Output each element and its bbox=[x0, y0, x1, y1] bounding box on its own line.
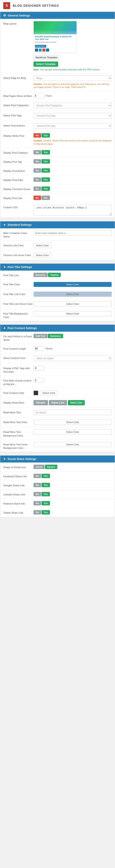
post-author-control: No Yes bbox=[34, 168, 112, 173]
display-html-input[interactable] bbox=[34, 366, 44, 370]
blog-pages-input[interactable] bbox=[34, 93, 44, 98]
blog-preview-title: Beautiful Island Dreaming: 5 Islands for… bbox=[35, 35, 75, 40]
pinterest-yes-button[interactable]: Yes bbox=[41, 501, 50, 505]
facebook-no-button[interactable]: No bbox=[34, 474, 41, 478]
post-content-color-btn-row: Select Color bbox=[34, 390, 112, 396]
social-share-settings-header: ✦ Social Share Settings bbox=[0, 456, 115, 463]
summary-button[interactable]: Summary bbox=[48, 334, 63, 338]
read-more-text-bg-label: Read More Text Background Color bbox=[3, 429, 34, 437]
blog-layout-control: Beautiful Island Dreaming: 5 Islands for… bbox=[34, 21, 112, 71]
tw-icon-preview bbox=[39, 49, 42, 52]
read-more-text-hover-row: Read More Text hover Background Color...… bbox=[0, 440, 115, 452]
caution-text: Caution: You are about to select the pag… bbox=[34, 83, 112, 89]
post-author-label: Display Post Author bbox=[3, 168, 34, 173]
select-template-button[interactable]: Select Template bbox=[34, 62, 58, 67]
main-container-input[interactable] bbox=[34, 230, 112, 236]
post-category-label: Display Post Category bbox=[3, 150, 34, 154]
post-like-yes-button[interactable]: Yes bbox=[41, 196, 50, 200]
read-more-text-color-button[interactable]: Select Color bbox=[34, 420, 112, 425]
read-more-text-bg-button[interactable]: Select Color bbox=[34, 429, 112, 435]
each-article-row: For each Article in a Feed, Show Full Te… bbox=[0, 332, 115, 344]
circle-button[interactable]: Circle bbox=[34, 465, 44, 469]
first-letter-input[interactable] bbox=[34, 378, 44, 383]
post-content-color-button[interactable]: Select Color bbox=[40, 390, 58, 396]
post-title-topline-button[interactable]: Topline bbox=[48, 273, 61, 277]
select-page-control: Blogs Caution: You are about to select t… bbox=[34, 75, 112, 89]
post-title-link-color-button[interactable]: Select Color bbox=[34, 291, 112, 297]
linkedin-yes-button[interactable]: Yes bbox=[41, 492, 50, 496]
sticky-caution: Caution: Caution: Sticky Post not count … bbox=[34, 139, 112, 145]
link-color-control: Select Color bbox=[34, 243, 112, 248]
post-date-no-button[interactable]: No bbox=[34, 178, 41, 182]
googler-yes-button[interactable]: Yes bbox=[41, 483, 50, 487]
twitter-yes-button[interactable]: Yes bbox=[41, 510, 50, 515]
post-date-row: Display Post Date No Yes bbox=[0, 175, 115, 184]
post-authors-dropdown[interactable]: Choose Post Tags bbox=[34, 123, 112, 129]
post-author-no-button[interactable]: No bbox=[34, 168, 41, 173]
post-content-color-swatch bbox=[34, 391, 38, 395]
note-text: Note: You can get more template selectio… bbox=[34, 68, 112, 71]
post-tag-yes-button[interactable]: Yes bbox=[41, 159, 50, 163]
post-categories-dropdown[interactable]: Choose Post Categories bbox=[34, 103, 112, 108]
content-length-input[interactable] bbox=[34, 346, 44, 351]
show-content-from-control: Select an Option bbox=[34, 355, 112, 361]
post-tag-no-button[interactable]: No bbox=[34, 159, 41, 163]
post-like-no-button[interactable]: No bbox=[34, 196, 41, 200]
sticky-post-control: No Yes Caution: Caution: Sticky Post not… bbox=[34, 133, 112, 145]
custom-css-textarea[interactable]: .one-column #content {width: 640px;} bbox=[34, 205, 112, 216]
select-page-dropdown[interactable]: Blogs bbox=[34, 75, 112, 81]
same-line-button[interactable]: Same Line bbox=[49, 400, 67, 405]
read-more-text-hover-button[interactable]: Select Color bbox=[34, 442, 112, 447]
logo-letter: S bbox=[6, 4, 8, 8]
standard-settings-panel: ✦ Standard Settings Main Container Class… bbox=[0, 221, 115, 260]
full-text-button[interactable]: Full Text bbox=[34, 334, 47, 338]
blog-layout-label: Blog Layout bbox=[3, 21, 34, 25]
post-title-link-hover-button[interactable]: Select Color bbox=[34, 301, 112, 307]
link-hover-color-row: Choose Link Hover Color Select Color bbox=[0, 250, 115, 260]
link-color-button[interactable]: Select Color bbox=[34, 243, 51, 248]
pinterest-share-row: Pinterest Share link No Yes bbox=[0, 499, 115, 508]
post-title-settings-panel: ✦ Post Title Settings Post Title Line Ba… bbox=[0, 264, 115, 321]
read-more-text-input[interactable] bbox=[34, 410, 112, 415]
next-line-button[interactable]: Next Line bbox=[68, 400, 85, 405]
read-more-text-hover-label: Read More Text hover Background Color... bbox=[3, 442, 34, 450]
sticky-caution-text: Caution: Sticky Post not count in the nu… bbox=[34, 139, 112, 145]
post-title-bg-button[interactable]: Select Color bbox=[34, 311, 112, 316]
post-title-link-hover-control: Select Color bbox=[34, 301, 112, 307]
standard-settings-header: ✦ Standard Settings bbox=[0, 221, 115, 228]
disable-button[interactable]: Disable bbox=[34, 400, 48, 405]
facebook-yes-button[interactable]: Yes bbox=[41, 474, 50, 478]
main-container-control bbox=[34, 230, 112, 236]
post-content-color-control: Select Color bbox=[34, 390, 112, 396]
comment-count-yes-button[interactable]: Yes bbox=[41, 187, 50, 191]
post-date-yes-button[interactable]: Yes bbox=[41, 178, 50, 182]
read-more-text-bg-row: Read More Text Background Color Select C… bbox=[0, 427, 115, 439]
post-category-yes-button[interactable]: Yes bbox=[41, 150, 50, 154]
show-content-from-dropdown[interactable]: Select an Option bbox=[34, 355, 112, 361]
linkedin-share-label: Linkedin Share Link bbox=[3, 492, 34, 496]
post-category-no-button[interactable]: No bbox=[34, 150, 41, 154]
post-title-baseline-button[interactable]: Baseline bbox=[34, 273, 47, 277]
square-button[interactable]: Square bbox=[45, 465, 57, 469]
googler-share-control: No Yes bbox=[34, 483, 112, 487]
linkedin-no-button[interactable]: No bbox=[34, 492, 41, 496]
twitter-no-button[interactable]: No bbox=[34, 510, 41, 515]
post-authors-row: Select Post Authors Choose Post Tags bbox=[0, 121, 115, 131]
post-author-yes-button[interactable]: Yes bbox=[41, 168, 50, 173]
display-read-more-label: Display Read More bbox=[3, 400, 34, 404]
pinterest-no-button[interactable]: No bbox=[34, 501, 41, 505]
sticky-no-button[interactable]: No bbox=[34, 133, 41, 137]
sticky-yes-button[interactable]: Yes bbox=[41, 133, 50, 137]
display-read-more-buttons: Disable Same Line Next Line bbox=[34, 400, 112, 405]
link-hover-color-button[interactable]: Select Color bbox=[34, 253, 51, 258]
googler-no-button[interactable]: No bbox=[34, 483, 41, 487]
template-name-label: Spektrum Template bbox=[34, 55, 59, 60]
display-html-label: Display HTML Tags with Summary bbox=[3, 366, 34, 373]
post-tags-dropdown[interactable]: Choose Post Tags bbox=[34, 113, 112, 119]
comment-count-no-button[interactable]: No bbox=[34, 187, 41, 191]
each-article-control: Full Text Summary bbox=[34, 334, 112, 338]
read-more-text-bg-control: Select Color bbox=[34, 429, 112, 435]
post-title-color-button[interactable]: Select Color bbox=[34, 282, 112, 287]
show-content-from-label: Show Content From bbox=[3, 355, 34, 360]
post-date-control: No Yes bbox=[34, 178, 112, 182]
